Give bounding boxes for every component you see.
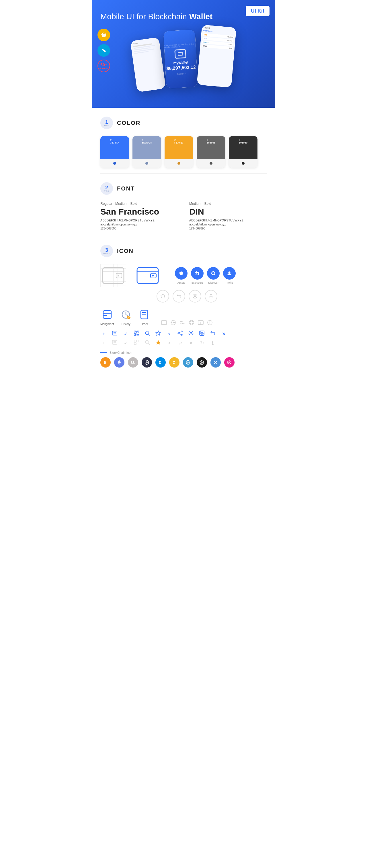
phone-mockups: Profile Character may be modified in the… [101,28,266,91]
tool-icons-row-2: ＋ ✓ ＜ ↗ ✕ ↻ ℹ [101,339,266,346]
phone-mockup-2: Character may be modified in the good mo… [163,30,198,89]
qr-icon [133,330,140,337]
svg-marker-79 [146,361,148,364]
svg-point-16 [194,296,196,297]
back-icon: ＜ [166,331,173,337]
star-icon [155,330,162,337]
svg-point-61 [190,332,192,334]
icon-profile-outlined [205,290,217,303]
wallet-icon-grid [101,264,126,287]
ethereum-logo [114,357,124,368]
svg-point-57 [178,333,179,334]
star-icon-orange [155,339,162,346]
color-swatches: #3574FA #8DA0C8 #F5A623 #666666 #303030 [101,136,266,167]
icon-section-number: 3 THREE [101,245,113,257]
screens-badge: 60+ Screens [97,60,110,72]
color-section-header: 1 ONE COLOR [101,117,266,129]
list-icon-gray [111,339,118,346]
nav-icons-filled: Assets Exchange Discover [175,267,236,284]
info-icon-gray: ℹ [209,340,216,346]
svg-point-5 [117,275,119,276]
eos-logo [183,357,193,368]
svg-rect-47 [135,332,136,332]
color-section-number: 1 ONE [101,117,113,129]
check-icon-gray: ✓ [122,340,129,346]
crypto-logos-row: ₿ Ł Ł D [101,357,266,368]
mgmt-icon-order: Order [138,308,150,326]
swatch-gray: #666666 [197,136,225,167]
svg-point-56 [181,331,182,332]
svg-marker-10 [179,271,183,275]
svg-text:₿: ₿ [104,361,106,365]
dash-logo: D [156,357,166,368]
color-section: 1 ONE COLOR #3574FA #8DA0C8 #F5A623 #666… [92,108,275,173]
icon-exchange-filled: Exchange [191,267,204,284]
svg-rect-19 [103,313,111,314]
icon-discover-filled: Discover [207,267,220,284]
discover-icon-outlined [189,290,201,303]
search-icon [144,330,151,337]
svg-point-12 [212,272,215,274]
swap-icon [209,330,216,337]
swatch-orange: #F5A623 [165,136,193,167]
share-icon [177,330,184,337]
share-icon-gray: ↗ [177,340,184,346]
font-heading: FONT [117,185,135,192]
svg-point-30 [171,322,172,323]
management-icon [101,308,114,321]
color-heading: COLOR [117,120,140,126]
extra-icons-row [161,319,213,326]
svg-point-13 [228,272,230,274]
settings-icon [188,330,194,337]
mgmt-icon-history: History [119,308,132,326]
svg-rect-20 [103,315,107,316]
svg-rect-7 [137,271,158,272]
profile-icon-outlined [205,290,217,303]
svg-point-31 [173,322,174,323]
search-icon-gray [144,339,151,346]
x-icon-gray: ✕ [188,340,194,346]
svg-rect-63 [201,331,203,333]
list-icon [111,330,118,337]
tool-icons-row-1: ＋ ✓ ＜ ✕ [101,330,266,337]
icon-assets-filled: Assets [175,267,188,284]
font-col-sf: Regular · Medium · Bold San Francisco AB… [101,202,178,230]
svg-rect-52 [138,335,139,336]
assets-icon [175,267,188,280]
history-icon [119,308,132,321]
svg-text:D: D [159,361,162,365]
font-section: 2 TWO FONT Regular · Medium · Bold San F… [92,174,275,236]
sketch-badge [97,29,110,41]
swatch-dark: #303030 [229,136,257,167]
zcash-logo: Z [169,357,179,368]
svg-rect-36 [198,322,200,324]
phone-mockup-1: Profile [130,37,166,92]
svg-rect-70 [137,340,139,342]
svg-rect-3 [103,271,124,272]
discover-icon [207,267,220,280]
svg-marker-86 [201,361,203,364]
icon-section-header: 3 THREE ICON [101,245,266,257]
svg-line-54 [148,334,150,336]
mgmt-icons-row: Mangment History [101,308,266,326]
mgmt-icon-management: Mangment [101,308,114,326]
phone-mockup-3: 12,298 $6,297,502.12 BTC 738-2003 ETH 56… [197,25,236,88]
back-icon-gray: ＜ [166,340,173,346]
svg-point-58 [181,334,182,336]
profile-icon [223,267,236,280]
ui-kit-badge: UI Kit [246,6,270,16]
blockchain-label: BlockChain Icon [101,351,266,354]
icon-heading: ICON [117,248,134,254]
check-icon: ✓ [122,331,129,337]
close-icon: ✕ [220,331,227,337]
svg-point-65 [201,334,202,335]
font-columns: Regular · Medium · Bold San Francisco AB… [101,202,266,230]
matic-logo [224,357,234,368]
svg-rect-18 [103,311,111,318]
svg-marker-14 [161,294,165,298]
svg-line-73 [148,343,150,345]
svg-line-60 [179,334,181,335]
svg-point-34 [190,321,193,324]
exchange-icon [191,267,204,280]
svg-rect-51 [137,335,138,336]
